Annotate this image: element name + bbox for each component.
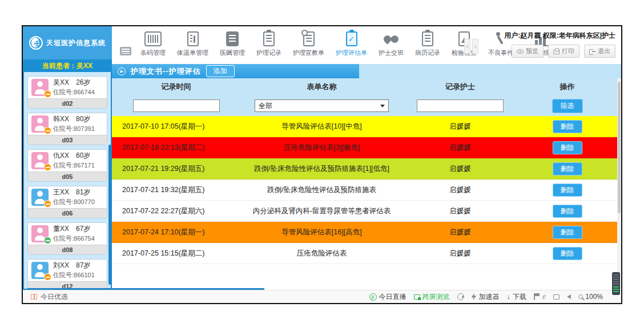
zoom-level: 100%	[585, 293, 603, 301]
patient-name: 仇XX	[53, 152, 69, 160]
record-time: 2017-07-25 15:15(星期二)	[112, 249, 240, 258]
record-time: 2017-07-10 17:05(星期一)	[112, 122, 240, 131]
speaker-icon[interactable]	[567, 294, 571, 299]
user-block: 用户:赵月霞 权限:老年病科东区|护士 预览 打印 退出	[504, 31, 615, 58]
patient-card[interactable]: 董XX 67岁 住院号:866754 d08	[27, 222, 107, 255]
toolbar-item[interactable]: 护理评估单	[335, 31, 368, 57]
delete-button[interactable]: 删除	[553, 120, 582, 133]
chevron-down-icon	[380, 105, 385, 107]
content-header-tab: 护理文书--护理评估 添加	[112, 64, 359, 78]
delete-button[interactable]: 删除	[553, 247, 582, 260]
toolbar-item[interactable]: 条码管理	[139, 31, 167, 57]
printer-icon	[553, 50, 560, 54]
nurse-filter-input[interactable]	[417, 99, 504, 112]
cross-screen-button[interactable]: 跨屏浏览	[414, 292, 450, 302]
speedometer-icon[interactable]	[457, 293, 464, 300]
print-button[interactable]: 打印	[548, 45, 579, 58]
patient-age: 87岁	[76, 262, 90, 270]
table-row: 2017-07-21 19:32(星期五) 跌倒/坠床危险性评估及预防措施表 启…	[112, 180, 617, 201]
patient-age: 67岁	[76, 225, 90, 233]
logout-button-label: 退出	[598, 47, 610, 55]
handover-icon	[384, 31, 399, 46]
assessment-sheet-icon	[346, 31, 357, 46]
record-nurse: 启媛媛	[403, 122, 517, 131]
patient-name: 韩XX	[53, 115, 69, 123]
patient-card[interactable]: 王XX 81岁 住院号:800770 d06	[27, 186, 107, 218]
patient-text: 吴XX 26岁 住院号:866744	[53, 79, 95, 95]
patient-age: 80岁	[76, 115, 90, 123]
form-name: 压疮危险评估表	[240, 249, 403, 258]
accelerator-button[interactable]: 加速器	[472, 292, 500, 302]
patient-list-scrollbar[interactable]	[108, 145, 111, 284]
network-meter-badge[interactable]	[612, 272, 620, 295]
delete-button[interactable]: 删除	[553, 226, 582, 239]
delete-button[interactable]: 删除	[553, 162, 582, 176]
patient-admission-no: 住院号:866754	[53, 235, 95, 242]
table-row: 2017-07-10 17:05(星期一) 导管风险评估表[10][中危] 启媛…	[112, 116, 617, 137]
patient-card-body: 王XX 81岁 住院号:800770	[28, 186, 107, 208]
toolbar-item[interactable]: 体温单管理	[176, 31, 210, 57]
preview-button[interactable]: 预览	[512, 45, 544, 58]
table-row: 2017-07-21 19:29(星期五) 跌倒/坠床危险性评估及预防措施表[1…	[112, 158, 617, 180]
patient-card[interactable]: 仇XX 60岁 住院号:867171 d05	[27, 149, 107, 182]
flag-icon[interactable]	[534, 293, 535, 300]
toolbar-menu: 条码管理 体温单管理 医嘱管理 护理记录	[139, 31, 557, 57]
record-time: 2017-07-22 22:27(星期六)	[112, 206, 240, 216]
medical-record-icon	[422, 31, 433, 46]
toolbar-item-label: 护理评估单	[336, 49, 367, 57]
current-patient-banner: 当前患者：吴XX	[23, 59, 112, 72]
time-filter-input[interactable]	[133, 99, 220, 112]
add-button[interactable]: 添加	[206, 65, 235, 77]
filter-button[interactable]: 筛选	[552, 99, 583, 113]
form-name: 压疮危险评估表[3][极危]	[240, 143, 403, 153]
pager-prev-icon[interactable]	[464, 39, 470, 54]
patient-avatar-icon	[31, 152, 49, 169]
patient-name: 王XX	[53, 189, 69, 197]
daily-picks-button[interactable]: 今日优选	[31, 292, 68, 302]
logout-icon	[589, 49, 595, 54]
delete-button[interactable]: 删除	[553, 141, 582, 154]
zoom-control[interactable]: 100%	[578, 293, 603, 301]
patient-card[interactable]: 吴XX 26岁 住院号:866744 d02	[27, 76, 107, 109]
patient-avatar-icon	[31, 262, 49, 279]
top-toolbar: 条码管理 体温单管理 医嘱管理 护理记录	[112, 26, 621, 64]
toolbar-item[interactable]: 病历记录	[414, 31, 441, 57]
patient-text: 仇XX 60岁 住院号:867171	[53, 152, 95, 169]
toolbar-item-label: 护理记录	[256, 49, 281, 57]
patient-admission-no: 住院号:867171	[53, 162, 95, 169]
toolbar-pager	[464, 39, 478, 54]
menu-icon[interactable]	[120, 47, 131, 55]
play-icon	[118, 67, 126, 75]
education-sheet-icon	[303, 31, 315, 46]
download-button[interactable]: 下载	[507, 292, 527, 302]
accelerator-label: 加速器	[479, 292, 500, 302]
toolbar-item[interactable]: 护士交班	[377, 31, 405, 57]
live-button[interactable]: 今日直播	[369, 292, 406, 302]
delete-button[interactable]: 删除	[553, 184, 582, 197]
status-badge	[44, 164, 51, 171]
patient-card[interactable]: 刘XX 87岁 住院号:866101 d12	[27, 259, 107, 290]
table-row: 2017-07-22 22:27(星期六) 内分泌科及肾内科-留置导尿管等患者评…	[112, 201, 617, 222]
logout-button[interactable]: 退出	[584, 45, 615, 58]
form-filter-select[interactable]: 全部	[255, 99, 389, 112]
patient-admission-no: 住院号:866101	[53, 272, 95, 279]
table-header-row: 记录时间 表单名称 记录护士 操作	[112, 78, 617, 95]
patient-text: 王XX 81岁 住院号:800770	[53, 189, 95, 205]
status-bar-tools: 今日直播 跨屏浏览 加速器 下载 100%	[369, 292, 603, 302]
toolbar-item[interactable]: 护理宣教单	[292, 31, 325, 57]
delete-button[interactable]: 删除	[553, 205, 582, 218]
ie-icon[interactable]	[542, 293, 546, 301]
toolbar-item[interactable]: 护理记录	[255, 31, 283, 57]
patient-card-body: 仇XX 60岁 住院号:867171	[28, 150, 107, 172]
pager-next-icon[interactable]	[472, 39, 478, 54]
toolbar-item-label: 护理宣教单	[293, 49, 324, 57]
patient-card[interactable]: 韩XX 80岁 住院号:807391 d03	[27, 113, 107, 145]
toolbar-item[interactable]: 医嘱管理	[219, 31, 246, 57]
main-scrollbar[interactable]	[617, 78, 621, 288]
patient-age: 60岁	[76, 152, 90, 160]
toolbar-item-label: 护士交班	[379, 49, 404, 57]
window-icon[interactable]	[553, 294, 560, 300]
preview-button-label: 预览	[526, 47, 538, 55]
record-time: 2017-07-21 19:32(星期五)	[112, 185, 240, 195]
record-nurse: 启媛媛	[403, 164, 517, 174]
